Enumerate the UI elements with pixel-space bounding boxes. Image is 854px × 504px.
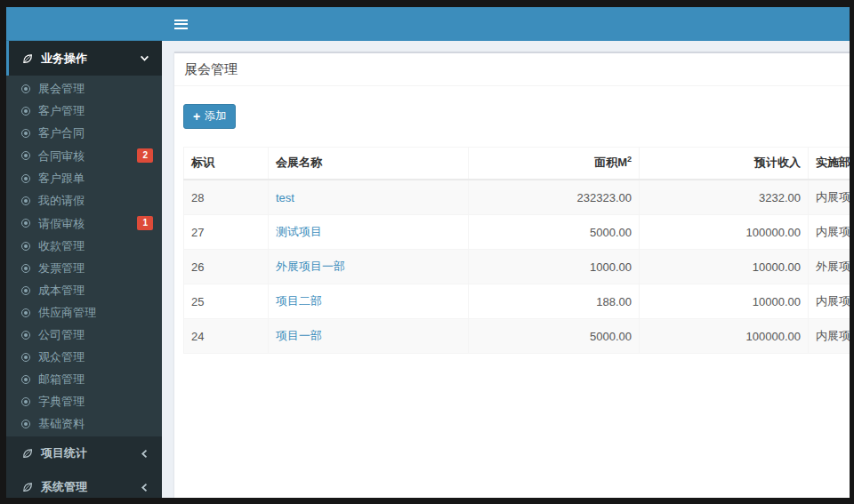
sidebar-section-label: 项目统计 [41,445,87,461]
sidebar-item-leave-review[interactable]: 请假审核 1 [6,212,162,235]
sidebar-item-company-mgmt[interactable]: 公司管理 [6,324,162,346]
exhibition-link[interactable]: 测试项目 [276,225,322,238]
leaf-icon [21,481,34,493]
add-button[interactable]: + 添加 [183,104,236,129]
circle-icon [21,331,30,340]
table-header-row: 标识 会展名称 面积M2 预计收入 实施部门 [184,148,850,180]
circle-icon [21,129,30,138]
cell-name: 测试项目 [269,215,469,250]
exhibition-link[interactable]: 外展项目一部 [276,260,345,273]
notification-badge: 1 [137,216,153,230]
cell-id: 25 [184,284,269,319]
sidebar-section-label: 业务操作 [41,51,87,67]
cell-dept: 内展项目 [809,284,850,319]
cell-area: 1000.00 [469,250,640,284]
sidebar-item-dictionary-mgmt[interactable]: 字典管理 [6,390,162,412]
cell-id: 27 [184,215,269,250]
sidebar-section-business-ops[interactable]: 业务操作 [6,41,162,76]
cell-dept: 内展项目 [809,180,850,215]
chevron-down-icon [140,53,149,63]
sidebar-item-customer-followup[interactable]: 客户跟单 [6,167,162,189]
column-header-name: 会展名称 [269,148,469,180]
exhibition-link[interactable]: 项目二部 [276,294,322,308]
sidebar-item-my-leave[interactable]: 我的请假 [6,189,162,212]
page-title: 展会管理 [184,61,839,78]
cell-id: 28 [184,180,269,215]
logo-area[interactable] [6,7,162,41]
circle-icon [21,151,30,160]
cell-area: 5000.00 [469,319,640,354]
cell-area: 232323.00 [469,180,640,215]
sidebar-section-project-stats[interactable]: 项目统计 [6,436,162,470]
sidebar-item-mailbox-mgmt[interactable]: 邮箱管理 [6,368,162,390]
cell-id: 24 [184,319,269,354]
circle-icon [21,84,30,93]
plus-icon: + [193,111,200,122]
cell-income: 10000.00 [640,284,809,319]
app-window: 业务操作 展会管理 客户管理 客户合同 合同审核 2 [6,7,850,498]
table-row: 27 测试项目 5000.00 100000.00 内展项目 [184,215,850,250]
sidebar-submenu: 展会管理 客户管理 客户合同 合同审核 2 客户跟单 我的请假 [6,76,162,436]
circle-icon [21,397,30,406]
cell-income: 3232.00 [640,180,809,215]
circle-icon [21,196,30,205]
sidebar-item-basic-data[interactable]: 基础资料 [6,412,162,435]
cell-name: test [269,180,469,215]
chevron-left-icon [140,483,149,492]
add-button-label: 添加 [205,108,226,124]
panel-body: + 添加 标识 会展名称 面积M2 预计收入 实施部门 [174,86,850,364]
column-header-id: 标识 [184,148,269,180]
leaf-icon [21,447,34,460]
top-navbar [162,7,850,41]
circle-icon [21,219,30,228]
column-header-area: 面积M2 [469,148,640,180]
exhibition-table: 标识 会展名称 面积M2 预计收入 实施部门 28 test 232323.00 [183,147,850,354]
sidebar-section-system-mgmt[interactable]: 系统管理 [6,470,162,498]
table-row: 25 项目二部 188.00 10000.00 内展项目 [184,284,850,319]
cell-name: 项目二部 [269,284,469,319]
cell-id: 26 [184,250,269,284]
circle-icon [21,264,30,273]
sidebar-section-label: 系统管理 [41,479,87,495]
panel-header: 展会管理 [174,53,850,86]
cell-area: 5000.00 [469,215,640,250]
sidebar-item-supplier-mgmt[interactable]: 供应商管理 [6,301,162,324]
table-row: 28 test 232323.00 3232.00 内展项目 [184,180,850,215]
exhibition-link[interactable]: 项目一部 [276,329,322,342]
sidebar-item-invoice-mgmt[interactable]: 发票管理 [6,257,162,279]
circle-icon [21,286,30,295]
sidebar-item-exhibition-mgmt[interactable]: 展会管理 [6,77,162,100]
sidebar-item-payment-mgmt[interactable]: 收款管理 [6,235,162,257]
cell-name: 外展项目一部 [269,250,469,284]
column-header-dept: 实施部门 [809,148,850,180]
circle-icon [21,353,30,362]
leaf-icon [21,52,34,65]
table-row: 26 外展项目一部 1000.00 10000.00 外展项目 [184,250,850,284]
exhibition-panel: 展会管理 + 添加 标识 会展名称 面积M2 [174,52,850,498]
sidebar-item-customer-contract[interactable]: 客户合同 [6,122,162,144]
sidebar-item-contract-review[interactable]: 合同审核 2 [6,144,162,167]
hamburger-icon [174,20,188,29]
notification-badge: 2 [137,148,153,163]
sidebar: 业务操作 展会管理 客户管理 客户合同 合同审核 2 [6,7,162,498]
cell-dept: 内展项目 [809,215,850,250]
cell-dept: 外展项目 [809,250,850,284]
cell-income: 100000.00 [640,215,809,250]
cell-income: 10000.00 [640,250,809,284]
sidebar-item-customer-mgmt[interactable]: 客户管理 [6,100,162,122]
cell-area: 188.00 [469,284,640,319]
sidebar-item-cost-mgmt[interactable]: 成本管理 [6,279,162,301]
sidebar-item-audience-mgmt[interactable]: 观众管理 [6,346,162,368]
circle-icon [21,308,30,317]
exhibition-link[interactable]: test [276,191,294,204]
circle-icon [21,420,30,428]
circle-icon [21,107,30,116]
circle-icon [21,174,30,183]
circle-icon [21,375,30,384]
table-row: 24 项目一部 5000.00 100000.00 内展项目 [184,319,850,354]
cell-name: 项目一部 [269,319,469,354]
sidebar-toggle-button[interactable] [162,7,199,41]
cell-income: 100000.00 [640,319,809,354]
column-header-income: 预计收入 [640,148,809,180]
chevron-left-icon [140,449,149,459]
